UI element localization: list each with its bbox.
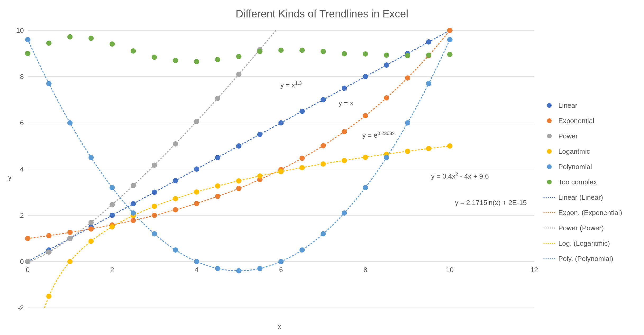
marker-exponential: [194, 201, 199, 206]
legend-label: Logaritmic: [558, 147, 590, 156]
marker-power: [109, 202, 115, 207]
marker-too-complex: [88, 36, 94, 41]
marker-power: [236, 72, 241, 77]
marker-polynomial: [278, 259, 284, 264]
marker-too-complex: [405, 53, 410, 58]
marker-polynomial: [257, 266, 263, 271]
marker-too-complex: [342, 51, 347, 56]
marker-linear: [131, 201, 136, 206]
legend-item[interactable]: Log. (Logaritmic): [543, 236, 633, 251]
y-tick-label: 4: [20, 165, 24, 173]
legend-line-icon: [543, 240, 555, 246]
marker-power: [152, 162, 157, 168]
marker-linear: [152, 190, 157, 195]
marker-polynomial: [447, 37, 453, 42]
marker-logaritmic: [278, 169, 284, 174]
legend-label: Too complex: [558, 178, 597, 186]
legend-label: Expon. (Exponential): [558, 209, 622, 217]
marker-logaritmic: [67, 259, 73, 264]
marker-polynomial: [321, 231, 326, 236]
legend-label: Power (Power): [558, 224, 604, 232]
marker-too-complex: [384, 53, 389, 58]
marker-exponential: [88, 226, 94, 232]
marker-too-complex: [67, 34, 73, 40]
legend-item[interactable]: Power (Power): [543, 220, 633, 236]
y-tick-label: -2: [18, 304, 24, 312]
legend-item[interactable]: Linear (Linear): [543, 190, 633, 205]
chart-container: Different Kinds of Trendlines in Excel y…: [0, 0, 644, 335]
marker-linear: [278, 120, 284, 125]
marker-exponential: [152, 213, 157, 218]
marker-linear: [384, 62, 389, 68]
marker-logaritmic: [321, 161, 326, 167]
legend-label: Poly. (Polynomial): [558, 255, 613, 263]
marker-linear: [236, 143, 241, 149]
marker-exponential: [25, 236, 30, 241]
marker-exponential: [447, 28, 453, 33]
y-tick-label: 6: [20, 119, 24, 127]
marker-logaritmic: [363, 155, 368, 160]
marker-exponential: [405, 75, 410, 81]
x-tick-label: 0: [26, 266, 30, 274]
marker-logaritmic: [88, 239, 94, 244]
marker-exponential: [342, 129, 347, 134]
marker-exponential: [215, 194, 220, 199]
marker-power: [131, 183, 136, 188]
marker-linear: [426, 39, 431, 45]
marker-too-complex: [426, 53, 431, 58]
legend-label: Linear (Linear): [558, 193, 603, 202]
marker-exponential: [67, 230, 73, 235]
marker-logaritmic: [342, 158, 347, 163]
legend-item[interactable]: Linear: [543, 98, 633, 113]
marker-polynomial: [67, 120, 73, 125]
marker-too-complex: [152, 55, 157, 60]
marker-polynomial: [215, 266, 220, 271]
x-tick-label: 8: [363, 266, 367, 274]
marker-too-complex: [299, 48, 305, 53]
marker-exponential: [131, 218, 136, 223]
legend: LinearExponentialPowerLogaritmicPolynomi…: [543, 98, 633, 266]
legend-label: Polynomial: [558, 163, 592, 171]
marker-power: [173, 141, 178, 147]
y-tick-label: 2: [20, 211, 24, 219]
marker-logaritmic: [405, 149, 410, 154]
marker-logaritmic: [109, 224, 115, 230]
marker-too-complex: [236, 54, 241, 59]
marker-too-complex: [25, 51, 30, 56]
marker-exponential: [363, 113, 368, 118]
legend-marker-icon: [543, 133, 555, 139]
marker-logaritmic: [299, 165, 305, 170]
legend-item[interactable]: Polynomial: [543, 159, 633, 174]
marker-linear: [257, 132, 263, 137]
legend-item[interactable]: Expon. (Exponential): [543, 205, 633, 220]
equation-annotation-exp_eq: y = e0.2303x: [362, 131, 395, 139]
marker-polynomial: [25, 37, 30, 42]
legend-label: Power: [558, 132, 578, 140]
marker-polynomial: [46, 81, 52, 86]
marker-polynomial: [152, 231, 157, 236]
marker-power: [194, 119, 199, 124]
marker-polynomial: [384, 155, 389, 160]
marker-polynomial: [363, 185, 368, 190]
marker-exponential: [46, 233, 52, 238]
legend-item[interactable]: Too complex: [543, 174, 633, 190]
marker-too-complex: [321, 49, 326, 54]
equation-annotation-log_eq: y = 2.1715ln(x) + 2E-15: [455, 199, 527, 207]
marker-exponential: [321, 143, 326, 148]
legend-item[interactable]: Power: [543, 128, 633, 144]
marker-too-complex: [46, 40, 52, 46]
marker-polynomial: [236, 268, 241, 273]
legend-item[interactable]: Poly. (Polynomial): [543, 251, 633, 266]
x-tick-label: 2: [110, 266, 114, 274]
legend-item[interactable]: Exponential: [543, 113, 633, 128]
legend-label: Linear: [558, 101, 577, 110]
marker-logaritmic: [173, 196, 178, 201]
marker-too-complex: [363, 51, 368, 57]
marker-too-complex: [257, 49, 263, 54]
marker-too-complex: [109, 41, 115, 47]
marker-linear: [173, 178, 178, 183]
legend-label: Exponential: [558, 117, 594, 125]
marker-too-complex: [173, 58, 178, 63]
legend-marker-icon: [543, 118, 555, 124]
legend-item[interactable]: Logaritmic: [543, 144, 633, 159]
